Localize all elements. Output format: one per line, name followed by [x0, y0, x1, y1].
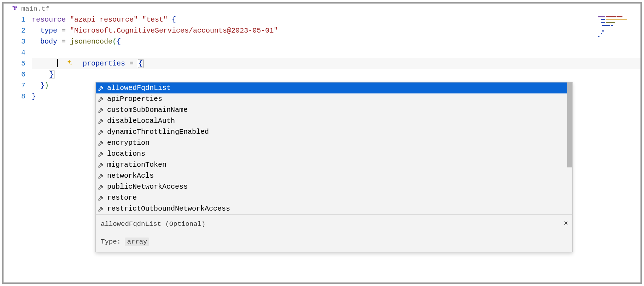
line-number: 8 — [4, 91, 25, 102]
wrench-icon — [98, 195, 104, 201]
autocomplete-item-label: customSubDomainName — [107, 104, 188, 115]
autocomplete-item[interactable]: networkAcls — [96, 170, 572, 181]
line-number: 3 — [4, 36, 25, 47]
brace: } — [40, 81, 45, 90]
autocomplete-item-label: locations — [107, 148, 145, 159]
brace: { — [172, 16, 176, 24]
autocomplete-list[interactable]: allowedFqdnList apiProperties customSubD… — [96, 82, 572, 214]
autocomplete-item[interactable]: restrictOutboundNetworkAccess — [96, 203, 572, 214]
string: "azapi_resource" — [70, 16, 138, 24]
autocomplete-item-label: networkAcls — [107, 170, 154, 181]
autocomplete-item-label: allowedFqdnList — [107, 82, 171, 93]
autocomplete-item-label: migrationToken — [107, 159, 166, 170]
autocomplete-item[interactable]: dynamicThrottlingEnabled — [96, 126, 572, 137]
wrench-icon — [98, 129, 104, 135]
svg-rect-1 — [14, 6, 16, 8]
autocomplete-item[interactable]: publicNetworkAccess — [96, 181, 572, 192]
autocomplete-item-label: restore — [107, 192, 137, 203]
paren: ) — [45, 81, 49, 90]
autocomplete-item[interactable]: migrationToken — [96, 159, 572, 170]
paren: ( — [112, 38, 117, 46]
code-line[interactable]: } — [32, 69, 640, 80]
autocomplete-item-label: disableLocalAuth — [107, 115, 175, 126]
autocomplete-item-label: dynamicThrottlingEnabled — [107, 126, 209, 137]
property: body — [40, 38, 57, 46]
minimap[interactable] — [598, 16, 637, 41]
tab-filename[interactable]: main.tf — [21, 5, 49, 13]
svg-rect-2 — [16, 6, 17, 8]
operator: = — [57, 27, 70, 35]
sparkle-icon — [23, 48, 30, 55]
string: "Microsoft.CognitiveServices/accounts@20… — [70, 27, 278, 35]
svg-rect-3 — [14, 8, 16, 10]
function: jsonencode — [70, 38, 112, 46]
autocomplete-detail-type-value: array — [125, 238, 149, 246]
line-number: 4 — [4, 47, 25, 58]
wrench-icon — [98, 173, 104, 179]
line-number: 1 — [4, 14, 25, 25]
code-line[interactable]: type = "Microsoft.CognitiveServices/acco… — [32, 25, 640, 36]
wrench-icon — [98, 96, 104, 102]
brace: { — [138, 59, 144, 68]
code-area[interactable]: resource "azapi_resource" "test" { type … — [32, 14, 640, 282]
autocomplete-detail-title: allowedFqdnList (Optional) — [101, 219, 567, 229]
wrench-icon — [98, 140, 104, 146]
wrench-icon — [98, 85, 104, 91]
wrench-icon — [98, 162, 104, 168]
autocomplete-scrollbar[interactable] — [567, 82, 572, 167]
svg-rect-0 — [13, 6, 14, 7]
editor-area[interactable]: 1 2 3 4 5 6 7 8 resource "azapi_resource… — [4, 14, 640, 282]
wrench-icon — [98, 206, 104, 212]
terraform-icon — [12, 5, 18, 13]
autocomplete-item-label: apiProperties — [107, 93, 162, 104]
close-icon[interactable]: ✕ — [564, 218, 568, 229]
code-line[interactable]: body = jsonencode({ — [32, 36, 640, 47]
autocomplete-item[interactable]: customSubDomainName — [96, 104, 572, 115]
property: properties — [83, 59, 125, 68]
wrench-icon — [98, 118, 104, 124]
autocomplete-detail-type-label: Type: — [101, 238, 125, 246]
autocomplete-popup[interactable]: allowedFqdnList apiProperties customSubD… — [95, 82, 573, 252]
brace: } — [32, 92, 36, 101]
wrench-icon — [98, 151, 104, 157]
line-number: 2 — [4, 25, 25, 36]
line-number: 5 — [4, 58, 25, 69]
tab-bar: main.tf — [4, 4, 640, 14]
autocomplete-item[interactable]: disableLocalAuth — [96, 115, 572, 126]
autocomplete-item-selected[interactable]: allowedFqdnList — [96, 82, 572, 93]
editor-frame: main.tf 1 2 3 4 5 6 7 8 resource "azapi_… — [2, 2, 642, 284]
string: "test" — [142, 16, 168, 24]
autocomplete-item-label: restrictOutboundNetworkAccess — [107, 203, 230, 214]
wrench-icon — [98, 184, 104, 190]
code-line[interactable]: properties = { — [32, 47, 640, 58]
autocomplete-item[interactable]: restore — [96, 192, 572, 203]
autocomplete-item[interactable]: apiProperties — [96, 93, 572, 104]
autocomplete-item[interactable]: locations — [96, 148, 572, 159]
keyword: resource — [32, 16, 66, 24]
wrench-icon — [98, 107, 104, 113]
property: type — [40, 27, 57, 35]
operator: = — [57, 38, 70, 46]
autocomplete-item-label: encryption — [107, 137, 150, 148]
operator: = — [125, 59, 138, 68]
autocomplete-item-label: publicNetworkAccess — [107, 181, 188, 192]
autocomplete-detail: ✕ allowedFqdnList (Optional) Type: array — [96, 214, 572, 252]
line-number: 7 — [4, 80, 25, 91]
code-line[interactable]: resource "azapi_resource" "test" { — [32, 14, 640, 25]
brace: { — [117, 38, 121, 46]
line-number: 6 — [4, 69, 25, 80]
autocomplete-item[interactable]: encryption — [96, 137, 572, 148]
